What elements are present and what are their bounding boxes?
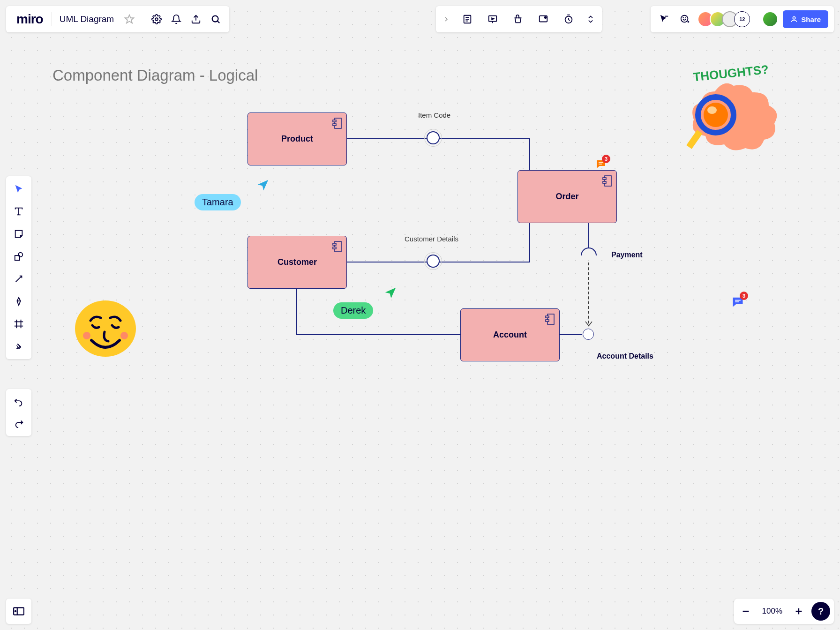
divider <box>52 12 52 26</box>
svg-rect-43 <box>333 124 336 126</box>
shape-tool-icon[interactable] <box>11 248 27 264</box>
svg-marker-0 <box>125 15 134 23</box>
more-tools-icon[interactable]: ›› <box>11 338 27 354</box>
star-icon[interactable] <box>121 11 137 27</box>
timer-icon[interactable] <box>561 11 577 27</box>
label-item-code[interactable]: Item Code <box>418 111 450 119</box>
svg-point-3 <box>212 16 218 22</box>
notes-icon[interactable] <box>459 11 475 27</box>
share-label: Share <box>801 15 821 23</box>
zoom-out-icon[interactable] <box>738 603 754 619</box>
connector-dashed-payment-account[interactable] <box>588 262 589 323</box>
svg-rect-48 <box>603 178 606 180</box>
arrowhead-icon <box>585 321 592 327</box>
collaborator-avatars[interactable]: 12 <box>698 11 750 27</box>
search-icon[interactable] <box>208 11 224 27</box>
connector-product-order-v[interactable] <box>529 138 530 170</box>
line-tool-icon[interactable] <box>11 271 27 287</box>
svg-point-59 <box>120 332 128 339</box>
avatar-overflow-count[interactable]: 12 <box>734 11 750 27</box>
zoom-in-icon[interactable] <box>791 603 807 619</box>
undo-icon[interactable] <box>11 394 27 410</box>
interface-item-code-halo <box>424 129 442 147</box>
interface-account-details-ball[interactable] <box>583 329 594 340</box>
svg-rect-45 <box>333 243 336 245</box>
cursor-derek-pointer <box>383 286 398 302</box>
miro-logo[interactable]: miro <box>12 12 48 27</box>
current-user-avatar[interactable] <box>762 11 778 27</box>
component-account-label: Account <box>493 330 527 340</box>
cursor-hide-icon[interactable] <box>656 11 672 27</box>
svg-point-28 <box>18 253 22 257</box>
select-tool-icon[interactable] <box>11 181 27 197</box>
svg-point-20 <box>683 17 684 18</box>
export-icon[interactable] <box>188 11 204 27</box>
sticker-smiley-face[interactable] <box>73 298 138 361</box>
svg-line-4 <box>218 21 220 23</box>
svg-point-21 <box>685 17 686 18</box>
sticker-thoughts-brain[interactable]: THOUGHTS? <box>682 63 785 154</box>
svg-point-63 <box>707 106 717 114</box>
component-order[interactable]: Order <box>518 170 617 223</box>
settings-icon[interactable] <box>149 11 165 27</box>
pen-tool-icon[interactable] <box>11 293 27 309</box>
label-account-details[interactable]: Account Details <box>597 352 653 360</box>
component-customer-label: Customer <box>278 257 317 267</box>
chevron-right-icon[interactable] <box>442 11 450 27</box>
topbar-left: miro UML Diagram <box>6 6 229 32</box>
label-payment[interactable]: Payment <box>611 251 643 259</box>
more-apps-icon[interactable] <box>586 11 595 27</box>
component-customer[interactable]: Customer <box>248 236 347 289</box>
svg-line-16 <box>569 20 570 21</box>
comment-count-badge: 3 <box>602 155 610 163</box>
text-tool-icon[interactable] <box>11 203 27 219</box>
connector-order-payment[interactable] <box>588 223 589 248</box>
connector-customer-account-v[interactable] <box>296 288 297 335</box>
component-icon <box>602 175 612 187</box>
frame-tool-icon[interactable] <box>11 316 27 332</box>
reactions-icon[interactable] <box>510 11 526 27</box>
help-button[interactable]: ? <box>811 602 830 621</box>
svg-marker-10 <box>492 18 494 20</box>
component-icon <box>332 118 342 129</box>
topbar-center <box>436 6 602 32</box>
svg-point-13 <box>545 17 547 19</box>
connector-customer-order-v[interactable] <box>529 223 530 262</box>
comment-indicator-order[interactable]: 3 <box>595 158 607 172</box>
svg-point-19 <box>681 15 688 22</box>
component-product-label: Product <box>281 134 313 144</box>
svg-point-1 <box>155 18 158 21</box>
svg-point-37 <box>15 611 16 612</box>
comment-icon[interactable] <box>535 11 551 27</box>
component-icon <box>332 241 342 252</box>
component-product[interactable]: Product <box>248 112 347 165</box>
diagram-title[interactable]: Component Diagram - Logical <box>52 67 258 84</box>
zoom-level[interactable]: 100% <box>758 607 786 616</box>
presentation-icon[interactable] <box>485 11 501 27</box>
connector-account-accountdetails[interactable] <box>560 334 582 335</box>
sticky-note-tool-icon[interactable] <box>11 226 27 242</box>
cursor-tamara-label: Tamara <box>195 194 241 210</box>
label-customer-details[interactable]: Customer Details <box>405 235 458 243</box>
board-title[interactable]: UML Diagram <box>56 14 118 24</box>
comment-count-badge: 3 <box>740 292 748 300</box>
undo-redo-panel <box>6 389 31 436</box>
component-account[interactable]: Account <box>460 308 560 361</box>
notifications-icon[interactable] <box>168 11 184 27</box>
share-button[interactable]: Share <box>783 10 828 28</box>
svg-line-29 <box>16 276 22 282</box>
reactions-add-icon[interactable] <box>677 11 693 27</box>
svg-point-58 <box>83 332 90 339</box>
svg-rect-46 <box>333 247 336 249</box>
interface-customer-details-halo <box>424 252 442 270</box>
comment-indicator-floating[interactable]: 3 <box>731 295 744 310</box>
svg-rect-49 <box>603 181 606 183</box>
topbar-right: 12 Share <box>651 6 834 32</box>
connector-customer-account-h[interactable] <box>296 334 460 335</box>
redo-icon[interactable] <box>11 415 27 431</box>
frames-panel-button[interactable] <box>6 599 31 624</box>
component-icon <box>545 314 555 325</box>
svg-rect-42 <box>333 120 336 122</box>
svg-point-24 <box>793 17 795 19</box>
zoom-controls: 100% ? <box>734 599 834 624</box>
